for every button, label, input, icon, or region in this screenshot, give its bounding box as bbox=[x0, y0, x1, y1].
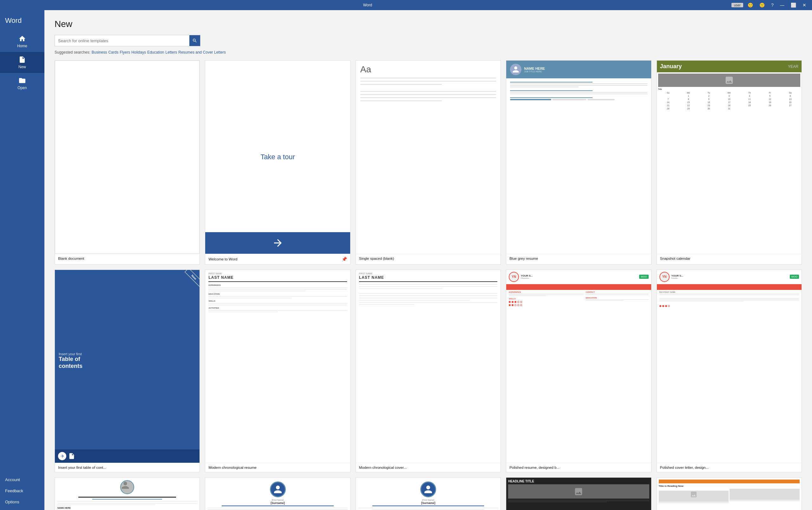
new-icon bbox=[19, 56, 26, 63]
toc-insert-text: Insert your first bbox=[59, 352, 196, 356]
template-preview-polished-resume: YN YOUR S... Objective... MOO EXPE bbox=[506, 270, 651, 463]
template-preview-modern-cover: FIRST NAME LAST NAME bbox=[356, 270, 500, 463]
content-area: New Suggested searches: Business Cards F… bbox=[45, 10, 812, 510]
resume-section-2 bbox=[510, 90, 592, 91]
template-preview-blue-circular-cover: [First Name] [Surname] bbox=[356, 478, 500, 510]
polished-cover-dot-row bbox=[660, 305, 799, 307]
polished-moo-badge: MOO bbox=[639, 275, 648, 279]
search-icon bbox=[192, 38, 197, 43]
template-preview-circular-resume: NAME HERE bbox=[55, 478, 200, 510]
dn-img bbox=[508, 484, 649, 499]
template-label-snapshot-calendar: Snapshot calendar bbox=[657, 254, 802, 263]
cal-year: YEAR bbox=[788, 64, 799, 69]
main-content: New Suggested searches: Business Cards F… bbox=[45, 10, 812, 510]
ss-line-2 bbox=[360, 81, 496, 82]
emoji-happy-icon[interactable]: 🙂 bbox=[746, 2, 755, 8]
template-card-modern-cover[interactable]: FIRST NAME LAST NAME bbox=[355, 270, 501, 473]
template-card-single-spaced[interactable]: Aa Single spaced (blank) bbox=[355, 60, 501, 265]
dark-newsletter-preview: HEADLINE TITLE bbox=[506, 478, 651, 510]
template-card-polished-resume[interactable]: YN YOUR S... Objective... MOO EXPE bbox=[506, 270, 651, 473]
polished-title-bar bbox=[506, 284, 651, 290]
polished-dot-row-1 bbox=[509, 301, 584, 303]
template-card-blank[interactable]: Blank document bbox=[55, 60, 200, 265]
page-title: New bbox=[55, 19, 802, 29]
home-icon bbox=[19, 35, 26, 42]
template-card-toc[interactable]: New Insert your first Table ofcontents bbox=[55, 270, 200, 473]
mr-exp-header: EXPERIENCE bbox=[208, 284, 347, 286]
suggested-flyers[interactable]: Flyers bbox=[120, 50, 130, 55]
template-card-tour[interactable]: Take a tour Welcome to Word 📌 bbox=[205, 60, 350, 265]
suggested-cards[interactable]: Cards bbox=[108, 50, 118, 55]
blank-preview bbox=[55, 61, 200, 254]
resume-section-1 bbox=[510, 82, 592, 83]
circ-person-icon bbox=[121, 481, 130, 490]
search-button[interactable] bbox=[190, 35, 200, 46]
template-preview-blue-grey-resume: NAME HERE JOB TITLE HERE bbox=[506, 61, 651, 254]
suggested-label: Suggested searches: bbox=[55, 50, 90, 55]
app-title: Word bbox=[0, 13, 45, 31]
tour-preview: Take a tour bbox=[205, 61, 350, 254]
sidebar-item-new[interactable]: New bbox=[0, 52, 45, 73]
close-button[interactable]: ✕ bbox=[801, 2, 808, 8]
suggested-letters[interactable]: Letters bbox=[166, 50, 177, 55]
mr-skills-header: SKILLS bbox=[208, 300, 347, 302]
sidebar-options[interactable]: Options bbox=[0, 497, 45, 507]
template-preview-tour: Take a tour bbox=[205, 61, 350, 254]
mc-lastname: LAST NAME bbox=[359, 275, 497, 280]
blue-circ-avatar bbox=[270, 481, 286, 497]
suggested-business[interactable]: Business bbox=[92, 50, 107, 55]
sidebar-item-home[interactable]: Home bbox=[0, 31, 45, 52]
calendar-preview: January YEAR Title SuMoTuWeThFrSa 123456… bbox=[657, 61, 802, 254]
template-label-tour: Welcome to Word 📌 bbox=[205, 254, 350, 264]
maximize-button[interactable]: ⬜ bbox=[789, 2, 798, 8]
template-preview-dark-newsletter: HEADLINE TITLE bbox=[506, 478, 651, 510]
polished-cover-moo-badge: MOO bbox=[790, 275, 799, 279]
on-title: Title is Reading Now bbox=[659, 485, 800, 487]
dark-img-icon bbox=[574, 487, 583, 497]
polished-cover-yn: YN bbox=[660, 272, 670, 282]
toc-preview: New Insert your first Table ofcontents bbox=[55, 270, 200, 463]
template-card-circular-resume[interactable]: NAME HERE Circular resume bbox=[55, 477, 200, 510]
modern-cover-preview: FIRST NAME LAST NAME bbox=[356, 270, 500, 463]
suggested-resumes[interactable]: Resumes and Cover Letters bbox=[178, 50, 226, 55]
sidebar-account[interactable]: Account bbox=[0, 474, 45, 485]
cal-month: January bbox=[660, 63, 682, 70]
template-label-single-spaced: Single spaced (blank) bbox=[356, 254, 500, 263]
template-card-snapshot-calendar[interactable]: January YEAR Title SuMoTuWeThFrSa 123456… bbox=[657, 60, 802, 265]
template-label-modern-resume: Modern chronological resume bbox=[205, 463, 350, 472]
blue-circ-person-icon bbox=[273, 485, 283, 494]
pin-icon[interactable]: 📌 bbox=[342, 257, 347, 262]
template-preview-modern-resume: FIRST NAME LAST NAME EXPERIENCE EDUCATIO… bbox=[205, 270, 350, 463]
help-icon[interactable]: ? bbox=[769, 2, 776, 8]
template-card-blue-circular-resume[interactable]: [First Name] [Surname] Blue circular res… bbox=[205, 477, 350, 510]
title-bar: Word user 🙂 🙁 ? — ⬜ ✕ bbox=[0, 0, 812, 10]
sidebar-bottom: Account Feedback Options bbox=[0, 474, 45, 510]
mr-divider bbox=[208, 281, 347, 282]
title-bar-controls: user 🙂 🙁 ? — ⬜ ✕ bbox=[731, 2, 808, 8]
template-card-orange-newsletter[interactable]: Title is Reading Now bbox=[657, 477, 802, 510]
new-ribbon: New bbox=[180, 270, 200, 289]
sidebar-item-open[interactable]: Open bbox=[0, 73, 45, 94]
circ-name-text: NAME HERE bbox=[57, 507, 197, 509]
template-card-dark-newsletter[interactable]: HEADLINE TITLE Dark newsl bbox=[506, 477, 651, 510]
template-label-modern-cover: Modern chronological cover... bbox=[356, 463, 500, 472]
sidebar-new-label: New bbox=[19, 65, 26, 69]
emoji-sad-icon[interactable]: 🙁 bbox=[757, 2, 766, 8]
suggested-holidays[interactable]: Holidays bbox=[131, 50, 146, 55]
template-card-blue-grey-resume[interactable]: NAME HERE JOB TITLE HERE bbox=[506, 60, 651, 265]
template-card-polished-cover[interactable]: YN YOUR S... Subtitle... MOO RECIP bbox=[657, 270, 802, 473]
tour-text: Take a tour bbox=[260, 153, 295, 161]
sidebar-feedback[interactable]: Feedback bbox=[0, 485, 45, 497]
polished-body: EXPERIENCE SKILLS bbox=[506, 290, 651, 463]
template-preview-blank bbox=[55, 61, 200, 254]
ss-line-7 bbox=[360, 100, 442, 101]
minimize-button[interactable]: — bbox=[778, 2, 786, 8]
new-badge-text: New bbox=[184, 270, 200, 287]
template-card-blue-circular-cover[interactable]: [First Name] [Surname] Blue circular cov… bbox=[355, 477, 501, 510]
template-card-modern-resume[interactable]: FIRST NAME LAST NAME EXPERIENCE EDUCATIO… bbox=[205, 270, 350, 473]
mr-firstname: FIRST NAME bbox=[208, 272, 347, 275]
orange-img-icon bbox=[690, 491, 697, 498]
toc-doc-icon bbox=[68, 453, 75, 459]
search-input[interactable] bbox=[55, 36, 190, 46]
suggested-education[interactable]: Education bbox=[147, 50, 164, 55]
